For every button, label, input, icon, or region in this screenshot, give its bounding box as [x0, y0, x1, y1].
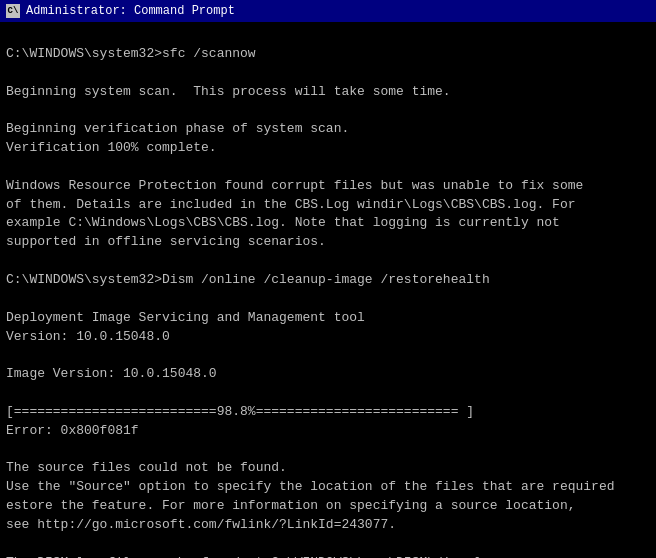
terminal-line [6, 384, 650, 403]
terminal-line: Beginning system scan. This process will… [6, 83, 650, 102]
terminal-line [6, 346, 650, 365]
terminal-line: C:\WINDOWS\system32>sfc /scannow [6, 45, 650, 64]
terminal-line: Version: 10.0.15048.0 [6, 328, 650, 347]
terminal-line: of them. Details are included in the CBS… [6, 196, 650, 215]
terminal-line: example C:\Windows\Logs\CBS\CBS.log. Not… [6, 214, 650, 233]
terminal-line: Error: 0x800f081f [6, 422, 650, 441]
terminal-line: estore the feature. For more information… [6, 497, 650, 516]
terminal-line: C:\WINDOWS\system32>Dism /online /cleanu… [6, 271, 650, 290]
terminal-line [6, 101, 650, 120]
terminal-line: [==========================98.8%========… [6, 403, 650, 422]
terminal-line: Deployment Image Servicing and Managemen… [6, 309, 650, 328]
title-bar: C\ Administrator: Command Prompt [0, 0, 656, 22]
terminal-line: Image Version: 10.0.15048.0 [6, 365, 650, 384]
terminal-line: The DISM log file can be found at C:\WIN… [6, 554, 650, 558]
terminal-line: Use the "Source" option to specify the l… [6, 478, 650, 497]
terminal-line [6, 64, 650, 83]
terminal-line: Beginning verification phase of system s… [6, 120, 650, 139]
terminal-line: see http://go.microsoft.com/fwlink/?Link… [6, 516, 650, 535]
terminal-content: C:\WINDOWS\system32>sfc /scannowBeginnin… [0, 22, 656, 558]
terminal-line: Windows Resource Protection found corrup… [6, 177, 650, 196]
terminal-line [6, 535, 650, 554]
terminal-line: The source files could not be found. [6, 459, 650, 478]
terminal-line: Verification 100% complete. [6, 139, 650, 158]
terminal-line [6, 252, 650, 271]
terminal-line [6, 290, 650, 309]
terminal-line [6, 158, 650, 177]
title-bar-icon: C\ [6, 4, 20, 18]
terminal-line [6, 441, 650, 460]
title-bar-text: Administrator: Command Prompt [26, 4, 235, 18]
terminal-line: supported in offline servicing scenarios… [6, 233, 650, 252]
